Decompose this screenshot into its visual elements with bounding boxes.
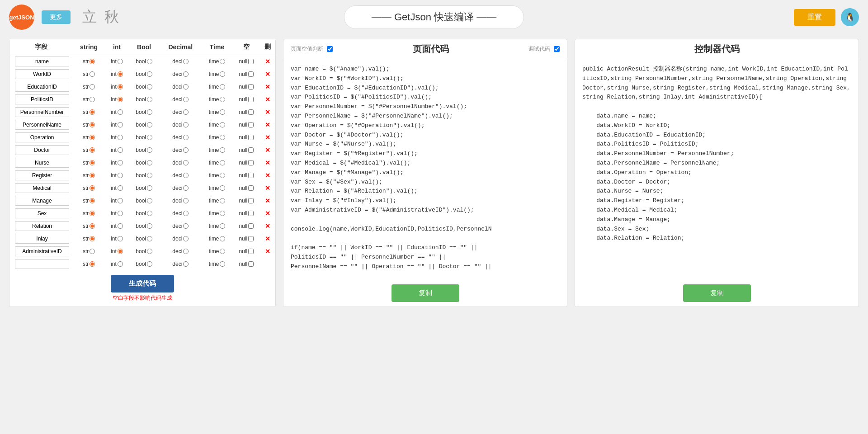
string-radio[interactable] xyxy=(90,261,95,267)
int-radio[interactable] xyxy=(118,211,123,216)
decimal-radio[interactable] xyxy=(183,185,189,191)
time-radio[interactable] xyxy=(220,198,225,203)
decimal-radio[interactable] xyxy=(183,198,189,203)
decimal-radio[interactable] xyxy=(183,261,189,267)
time-radio[interactable] xyxy=(220,71,225,77)
time-radio[interactable] xyxy=(220,59,225,64)
null-checkbox[interactable] xyxy=(248,84,254,90)
field-name-input[interactable] xyxy=(15,132,69,142)
decimal-radio[interactable] xyxy=(183,135,189,140)
string-radio[interactable] xyxy=(90,147,95,153)
delete-row-button[interactable]: ✕ xyxy=(265,146,270,154)
bool-radio[interactable] xyxy=(147,261,152,267)
null-checkbox[interactable] xyxy=(248,122,254,127)
null-checkbox[interactable] xyxy=(248,223,254,229)
string-radio[interactable] xyxy=(90,223,95,229)
decimal-radio[interactable] xyxy=(183,236,189,241)
bool-radio[interactable] xyxy=(147,185,152,191)
string-radio[interactable] xyxy=(90,198,95,203)
field-name-input[interactable] xyxy=(15,57,69,66)
mid-copy-button[interactable]: 复制 xyxy=(392,284,459,302)
string-radio[interactable] xyxy=(90,211,95,216)
delete-row-button[interactable]: ✕ xyxy=(265,159,270,166)
delete-row-button[interactable]: ✕ xyxy=(265,96,270,103)
field-name-input[interactable] xyxy=(15,183,69,193)
bool-radio[interactable] xyxy=(147,84,152,90)
null-checkbox[interactable] xyxy=(248,185,254,191)
field-name-input[interactable] xyxy=(15,82,69,92)
null-checkbox[interactable] xyxy=(248,147,254,153)
int-radio[interactable] xyxy=(118,97,123,102)
int-radio[interactable] xyxy=(118,135,123,140)
page-empty-checkbox-label[interactable] xyxy=(327,46,333,52)
int-radio[interactable] xyxy=(118,185,123,191)
bool-radio[interactable] xyxy=(147,211,152,216)
decimal-radio[interactable] xyxy=(183,97,189,102)
string-radio[interactable] xyxy=(90,173,95,178)
string-radio[interactable] xyxy=(90,59,95,64)
delete-row-button[interactable]: ✕ xyxy=(265,184,270,192)
delete-row-button[interactable]: ✕ xyxy=(265,121,270,128)
decimal-radio[interactable] xyxy=(183,122,189,127)
int-radio[interactable] xyxy=(118,122,123,127)
null-checkbox[interactable] xyxy=(248,236,254,241)
delete-row-button[interactable]: ✕ xyxy=(265,172,270,179)
field-name-input[interactable] xyxy=(15,94,69,104)
int-radio[interactable] xyxy=(118,71,123,77)
string-radio[interactable] xyxy=(90,185,95,191)
time-radio[interactable] xyxy=(220,261,225,267)
bool-radio[interactable] xyxy=(147,173,152,178)
string-radio[interactable] xyxy=(90,249,95,254)
decimal-radio[interactable] xyxy=(183,211,189,216)
time-radio[interactable] xyxy=(220,135,225,140)
bool-radio[interactable] xyxy=(147,160,152,165)
int-radio[interactable] xyxy=(118,198,123,203)
null-checkbox[interactable] xyxy=(248,59,254,64)
null-checkbox[interactable] xyxy=(248,160,254,165)
time-radio[interactable] xyxy=(220,109,225,115)
bool-radio[interactable] xyxy=(147,59,152,64)
debug-checkbox-label[interactable] xyxy=(554,46,560,52)
delete-row-button[interactable]: ✕ xyxy=(265,197,270,204)
delete-row-button[interactable]: ✕ xyxy=(265,210,270,217)
null-checkbox[interactable] xyxy=(248,261,254,267)
time-radio[interactable] xyxy=(220,249,225,254)
field-name-input[interactable] xyxy=(15,234,69,244)
field-name-input[interactable] xyxy=(15,259,69,269)
int-radio[interactable] xyxy=(118,173,123,178)
field-name-input[interactable] xyxy=(15,246,69,256)
string-radio[interactable] xyxy=(90,135,95,140)
decimal-radio[interactable] xyxy=(183,59,189,64)
field-name-input[interactable] xyxy=(15,208,69,218)
more-button[interactable]: 更多 xyxy=(42,10,71,24)
delete-row-button[interactable]: ✕ xyxy=(265,108,270,116)
field-name-input[interactable] xyxy=(15,221,69,231)
bool-radio[interactable] xyxy=(147,223,152,229)
decimal-radio[interactable] xyxy=(183,109,189,115)
time-radio[interactable] xyxy=(220,84,225,90)
time-radio[interactable] xyxy=(220,147,225,153)
decimal-radio[interactable] xyxy=(183,160,189,165)
reset-button[interactable]: 重置 xyxy=(794,9,835,26)
decimal-radio[interactable] xyxy=(183,173,189,178)
bool-radio[interactable] xyxy=(147,97,152,102)
int-radio[interactable] xyxy=(118,236,123,241)
null-checkbox[interactable] xyxy=(248,198,254,203)
delete-row-button[interactable]: ✕ xyxy=(265,134,270,141)
string-radio[interactable] xyxy=(90,122,95,127)
null-checkbox[interactable] xyxy=(248,249,254,254)
int-radio[interactable] xyxy=(118,109,123,115)
field-name-input[interactable] xyxy=(15,170,69,180)
delete-row-button[interactable]: ✕ xyxy=(265,58,270,65)
generate-button[interactable]: 生成代码 xyxy=(111,275,174,292)
field-name-input[interactable] xyxy=(15,158,69,168)
time-radio[interactable] xyxy=(220,97,225,102)
int-radio[interactable] xyxy=(118,160,123,165)
null-checkbox[interactable] xyxy=(248,211,254,216)
bool-radio[interactable] xyxy=(147,147,152,153)
decimal-radio[interactable] xyxy=(183,71,189,77)
bool-radio[interactable] xyxy=(147,236,152,241)
bool-radio[interactable] xyxy=(147,122,152,127)
time-radio[interactable] xyxy=(220,160,225,165)
int-radio[interactable] xyxy=(118,59,123,64)
